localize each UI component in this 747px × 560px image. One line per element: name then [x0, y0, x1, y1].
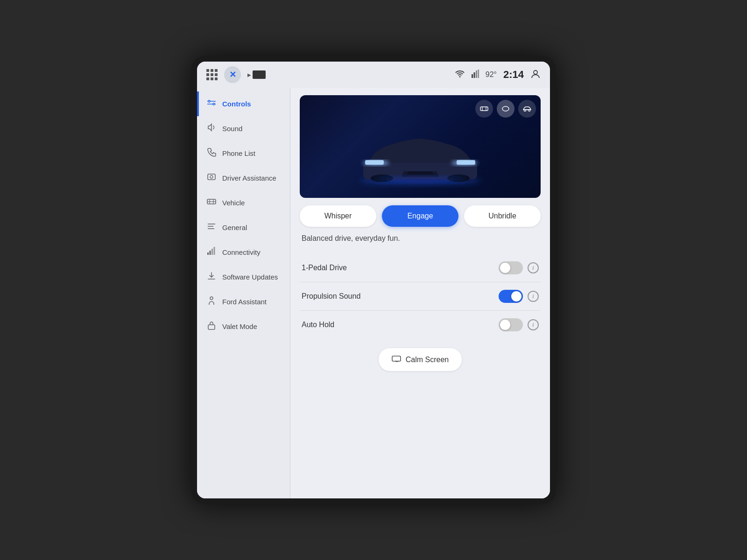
wifi-icon: [455, 70, 465, 80]
propulsion-sound-label: Propulsion Sound: [302, 292, 360, 301]
auto-hold-label: Auto Hold: [302, 321, 334, 329]
svg-rect-11: [208, 174, 215, 180]
valet-mode-icon: [206, 321, 217, 332]
sidebar-item-phone-list[interactable]: Phone List: [197, 141, 290, 166]
close-button[interactable]: ✕: [224, 66, 241, 83]
svg-rect-0: [472, 74, 473, 78]
sidebar-item-valet-mode[interactable]: Valet Mode: [197, 314, 290, 339]
sidebar-item-sound[interactable]: Sound: [197, 116, 290, 141]
svg-point-34: [374, 176, 467, 183]
sidebar-item-controls[interactable]: Controls: [197, 91, 290, 116]
status-left: ✕ ▶: [206, 66, 266, 83]
user-icon[interactable]: [530, 69, 541, 81]
propulsion-sound-toggle[interactable]: [499, 290, 523, 303]
svg-rect-31: [457, 160, 475, 165]
sidebar: Controls Sound Phone List: [197, 88, 290, 498]
svg-point-25: [210, 297, 213, 300]
unbridle-mode-button[interactable]: Unbridle: [464, 205, 541, 227]
svg-rect-42: [392, 356, 401, 361]
car-view-buttons: [475, 100, 536, 118]
svg-rect-35: [480, 107, 488, 111]
vehicle-icon: [206, 197, 217, 209]
propulsion-sound-info[interactable]: i: [528, 291, 539, 302]
toggle-row-one-pedal: 1-Pedal Drive i: [300, 254, 541, 282]
sidebar-item-driver-assistance[interactable]: Driver Assistance: [197, 166, 290, 190]
status-bar: ✕ ▶ 92° 2:14: [197, 62, 550, 88]
content-area: Whisper Engage Unbridle Balanced drive, …: [290, 88, 550, 498]
car-view-side[interactable]: [518, 100, 536, 118]
sidebar-item-ford-assistant[interactable]: Ford Assistant: [197, 289, 290, 314]
software-updates-icon: [206, 271, 217, 283]
engage-mode-button[interactable]: Engage: [382, 205, 458, 227]
drive-mode-buttons: Whisper Engage Unbridle: [300, 205, 541, 227]
auto-hold-thumb: [500, 320, 510, 330]
toggle-row-propulsion-sound: Propulsion Sound i: [300, 282, 541, 311]
drive-description: Balanced drive, everyday fun.: [300, 234, 541, 243]
propulsion-sound-thumb: [511, 291, 521, 301]
one-pedal-controls: i: [499, 261, 539, 274]
sidebar-item-vehicle-label: Vehicle: [222, 199, 245, 207]
svg-point-6: [213, 103, 215, 105]
svg-rect-26: [208, 325, 215, 329]
whisper-mode-button[interactable]: Whisper: [300, 205, 376, 227]
auto-hold-toggle[interactable]: [499, 318, 523, 331]
car-view-front[interactable]: [475, 100, 493, 118]
svg-rect-2: [476, 70, 477, 78]
calm-screen-button[interactable]: Calm Screen: [379, 348, 462, 371]
car-image-container: [300, 95, 541, 198]
one-pedal-label: 1-Pedal Drive: [302, 264, 347, 272]
tablet-screen: ✕ ▶ 92° 2:14: [197, 62, 550, 498]
sidebar-item-vehicle[interactable]: Vehicle: [197, 190, 290, 215]
connectivity-icon: [206, 246, 217, 258]
svg-point-5: [208, 100, 210, 102]
sidebar-item-sound-label: Sound: [222, 125, 242, 133]
tablet-frame: ✕ ▶ 92° 2:14: [191, 56, 556, 504]
media-icon: ▶: [247, 70, 266, 79]
sidebar-item-general[interactable]: General: [197, 215, 290, 240]
svg-point-4: [534, 70, 537, 74]
main-layout: Controls Sound Phone List: [197, 88, 550, 498]
ford-assistant-icon: [206, 296, 217, 308]
svg-rect-3: [478, 70, 479, 78]
sidebar-item-software-updates[interactable]: Software Updates: [197, 265, 290, 289]
one-pedal-toggle[interactable]: [499, 261, 523, 274]
sidebar-item-phone-label: Phone List: [222, 149, 255, 157]
signal-icon: [472, 70, 479, 80]
svg-rect-21: [210, 251, 211, 255]
svg-rect-1: [473, 72, 475, 78]
svg-point-12: [210, 175, 213, 178]
general-icon: [206, 222, 217, 233]
sidebar-item-controls-label: Controls: [222, 100, 251, 108]
clock: 2:14: [503, 69, 524, 81]
temperature: 92°: [486, 70, 497, 79]
sidebar-item-ford-assistant-label: Ford Assistant: [222, 298, 267, 306]
svg-rect-23: [214, 247, 215, 255]
svg-rect-20: [207, 252, 209, 255]
grid-icon[interactable]: [206, 69, 218, 80]
sidebar-item-software-label: Software Updates: [222, 273, 278, 281]
toggle-row-auto-hold: Auto Hold i: [300, 311, 541, 339]
auto-hold-info[interactable]: i: [528, 319, 539, 330]
controls-icon: [206, 98, 217, 110]
one-pedal-thumb: [500, 263, 510, 273]
sound-icon: [206, 123, 217, 134]
calm-screen-icon: [392, 355, 402, 364]
sidebar-item-connectivity[interactable]: Connectivity: [197, 240, 290, 265]
toggle-rows-container: 1-Pedal Drive i Propulsion Sound: [300, 254, 541, 339]
status-right: 92° 2:14: [455, 69, 541, 81]
auto-hold-controls: i: [499, 318, 539, 331]
svg-rect-22: [211, 249, 213, 255]
sidebar-item-driver-label: Driver Assistance: [222, 174, 276, 182]
driver-assistance-icon: [206, 172, 217, 184]
svg-point-38: [502, 106, 509, 111]
sidebar-item-connectivity-label: Connectivity: [222, 248, 261, 256]
phone-icon: [206, 147, 217, 159]
one-pedal-info[interactable]: i: [528, 262, 539, 273]
sidebar-item-general-label: General: [222, 224, 247, 231]
svg-rect-29: [365, 160, 384, 165]
sidebar-item-valet-label: Valet Mode: [222, 322, 257, 330]
car-view-top[interactable]: [497, 100, 514, 118]
propulsion-sound-controls: i: [499, 290, 539, 303]
calm-screen-label: Calm Screen: [406, 356, 449, 364]
